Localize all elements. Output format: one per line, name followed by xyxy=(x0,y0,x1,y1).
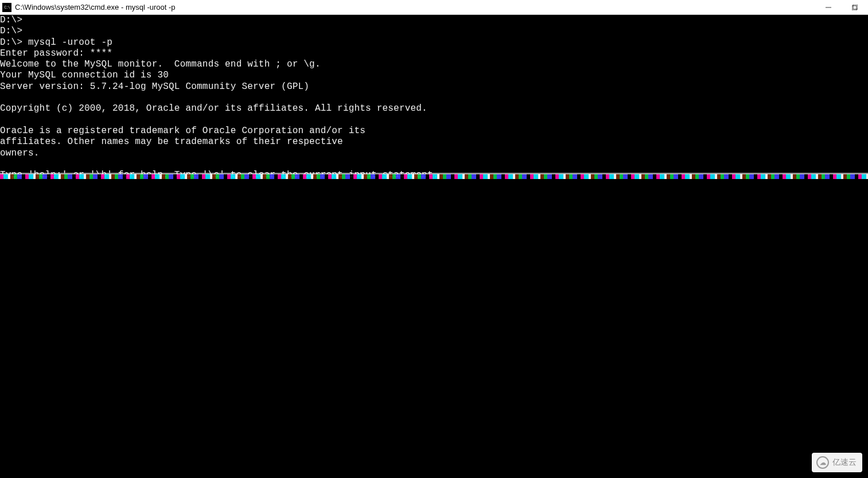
terminal-line: owners. xyxy=(0,148,868,159)
minimize-button[interactable] xyxy=(815,0,842,14)
watermark-badge: ☁ 亿速云 xyxy=(812,453,862,472)
terminal-line: affiliates. Other names may be trademark… xyxy=(0,137,868,147)
window-title-bar: C:\ C:\Windows\system32\cmd.exe - mysql … xyxy=(0,0,868,15)
terminal-line: Enter password: **** xyxy=(0,48,868,59)
watermark-text: 亿速云 xyxy=(832,457,857,468)
cmd-icon-glyph: C:\ xyxy=(4,5,10,10)
watermark-cloud-icon: ☁ xyxy=(816,456,829,469)
terminal-line xyxy=(0,159,868,170)
terminal-line: Your MySQL connection id is 30 xyxy=(0,70,868,81)
svg-rect-1 xyxy=(852,6,857,10)
terminal-line: Oracle is a registered trademark of Orac… xyxy=(0,126,868,137)
terminal-line: Type 'help;' or '\h' for help. Type '\c'… xyxy=(0,170,868,181)
terminal-line: D:\> xyxy=(0,15,868,26)
terminal-line: Welcome to the MySQL monitor. Commands e… xyxy=(0,59,868,70)
maximize-button[interactable] xyxy=(842,0,868,14)
terminal-output[interactable]: D:\>D:\>D:\> mysql -uroot -pEnter passwo… xyxy=(0,15,868,181)
terminal-line: Server version: 5.7.24-log MySQL Communi… xyxy=(0,81,868,92)
window-controls xyxy=(815,0,868,14)
terminal-line: D:\> xyxy=(0,26,868,37)
terminal-line xyxy=(0,92,868,103)
terminal-line xyxy=(0,115,868,126)
window-title: C:\Windows\system32\cmd.exe - mysql -uro… xyxy=(15,3,815,11)
maximize-icon xyxy=(852,5,858,10)
svg-rect-2 xyxy=(853,5,858,9)
cmd-icon: C:\ xyxy=(2,3,11,12)
terminal-line: D:\> mysql -uroot -p xyxy=(0,37,868,48)
minimize-icon xyxy=(826,5,831,10)
terminal-line: Copyright (c) 2000, 2018, Oracle and/or … xyxy=(0,103,868,114)
